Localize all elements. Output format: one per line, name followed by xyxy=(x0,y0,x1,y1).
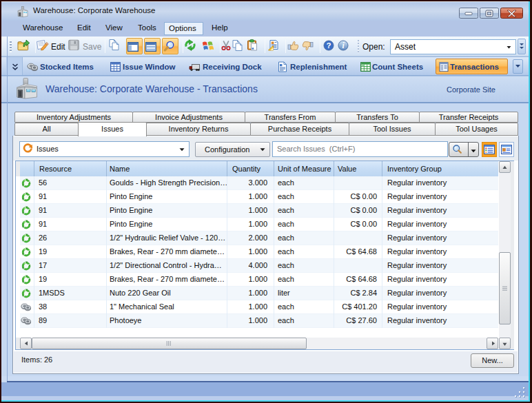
svg-text:?: ? xyxy=(326,41,331,50)
